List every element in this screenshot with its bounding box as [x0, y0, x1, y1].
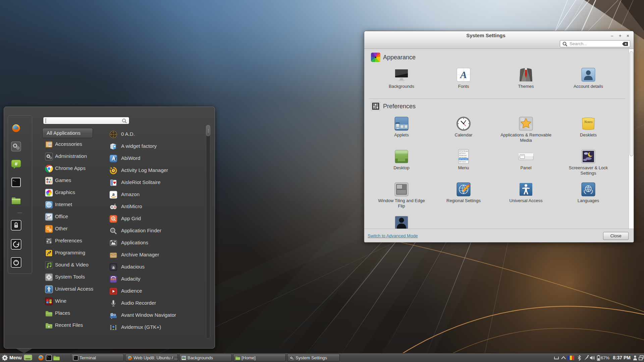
svg-text:#: #: [15, 161, 18, 167]
svg-text:Notes: Notes: [584, 120, 592, 124]
svg-text:>_: >_: [74, 356, 76, 358]
svg-text:A: A: [113, 180, 114, 182]
svg-text:>_: >_: [47, 356, 49, 358]
svg-text:A: A: [460, 69, 467, 80]
svg-text:Browser: Browser: [461, 153, 466, 154]
svg-text:a: a: [112, 192, 115, 197]
svg-text:File Manager: File Manager: [461, 150, 469, 152]
svg-text:Terminal: Terminal: [461, 161, 466, 163]
svg-text:A: A: [112, 217, 114, 220]
svg-text:>_: >_: [13, 179, 16, 182]
svg-text:a: a: [112, 265, 115, 270]
svg-text:Photo editor: Photo editor: [461, 159, 468, 160]
svg-text:Mail client: Mail client: [461, 155, 467, 156]
